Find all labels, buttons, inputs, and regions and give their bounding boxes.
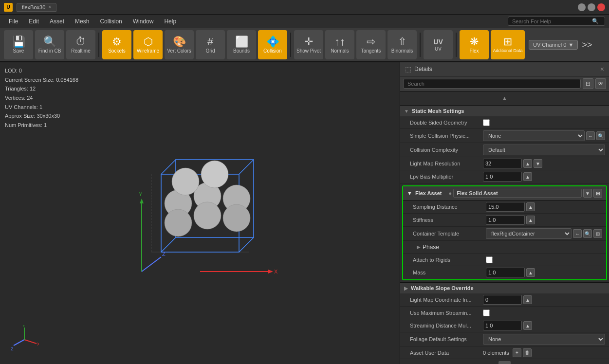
collision-button[interactable]: 💠 Collision	[258, 30, 287, 59]
use-max-streaming-checkbox[interactable]	[483, 309, 490, 316]
container-template-back[interactable]: ←	[573, 229, 582, 238]
screen-size-info: Current Screen Size: 0.084168	[5, 75, 78, 85]
find-in-cb-button[interactable]: 🔍 Find in CB	[35, 30, 64, 59]
simple-collision-search-btn[interactable]: 🔍	[596, 131, 605, 140]
menu-file[interactable]: File	[4, 17, 23, 26]
details-search-input[interactable]	[403, 79, 581, 89]
binormals-icon: ⇧	[398, 36, 406, 47]
stiffness-value: ▲	[486, 215, 602, 225]
vert-colors-label: Vert Colors	[167, 48, 191, 54]
light-map-coord-input[interactable]	[483, 295, 522, 305]
toolbar-separator-2	[290, 33, 291, 57]
walkable-slope-section-header[interactable]: ▶ Walkable Slope Override	[400, 282, 609, 293]
light-map-resolution-label: Light Map Resolution	[410, 161, 483, 166]
svg-text:Y: Y	[139, 191, 143, 197]
details-scroll[interactable]: ▲ ▼ Static Mesh Settings Double Sided Ge…	[400, 91, 609, 364]
flex-type-browse-btn[interactable]: ⊞	[593, 189, 602, 198]
sampling-distance-up[interactable]: ▲	[526, 202, 535, 211]
double-sided-checkbox[interactable]	[483, 119, 490, 126]
svg-line-4	[161, 160, 176, 174]
close-button[interactable]	[597, 3, 605, 11]
help-search: 🔍	[508, 17, 605, 26]
menu-edit[interactable]: Edit	[24, 17, 44, 26]
menu-collision[interactable]: Collision	[95, 17, 127, 26]
grid-button[interactable]: # Grid	[196, 30, 225, 59]
light-map-resolution-up[interactable]: ▲	[523, 159, 532, 168]
container-template-select[interactable]: flexRigidContainer	[486, 228, 572, 239]
flex-asset-section: ▼ Flex Asset ● Flex Solid Asset ▼ ⊞ Samp…	[402, 185, 607, 280]
triangles-info: Triangles: 12	[5, 84, 78, 93]
additional-data-button[interactable]: ⊞ Additional Data	[491, 30, 525, 59]
streaming-distance-up[interactable]: ▲	[523, 321, 532, 330]
stiffness-up[interactable]: ▲	[526, 216, 535, 224]
show-pivot-button[interactable]: ✛ Show Pivot	[294, 30, 323, 59]
mass-up[interactable]: ▲	[526, 268, 535, 277]
menu-asset[interactable]: Asset	[45, 17, 69, 26]
sampling-distance-input[interactable]	[486, 202, 525, 212]
attach-to-rigids-checkbox[interactable]	[486, 256, 493, 263]
toolbar-more-button[interactable]: >>	[580, 38, 594, 52]
file-tab[interactable]: flexBox30 ×	[17, 3, 56, 12]
sockets-button[interactable]: ⚙ Sockets	[102, 30, 131, 59]
menu-mesh[interactable]: Mesh	[70, 17, 94, 26]
simple-collision-arrow-btn[interactable]: ←	[586, 131, 595, 140]
scroll-down-button[interactable]: ▼	[498, 361, 511, 364]
stiffness-input[interactable]	[486, 215, 525, 225]
collision-complexity-select[interactable]: Default	[483, 145, 605, 155]
phase-expand-arrow: ▶	[417, 244, 421, 250]
svg-line-22	[142, 257, 161, 272]
stiffness-label: Stiffness	[413, 217, 486, 223]
bounds-button[interactable]: ⬜ Bounds	[227, 30, 256, 59]
flex-type-dropdown-btn[interactable]: ▼	[583, 189, 592, 198]
find-icon: 🔍	[43, 36, 56, 47]
maximize-button[interactable]	[588, 3, 595, 11]
phase-row[interactable]: ▶ Phase	[403, 241, 606, 254]
svg-text:X: X	[37, 342, 39, 346]
svg-point-15	[201, 161, 228, 188]
simple-collision-select[interactable]: None	[483, 130, 585, 141]
normals-button[interactable]: ↑↑ Normals	[325, 30, 354, 59]
wireframe-button[interactable]: ⬡ Wireframe	[133, 30, 163, 59]
help-search-input[interactable]	[512, 18, 590, 24]
details-eye-button[interactable]: 👁	[595, 78, 606, 89]
viewport[interactable]: LOD: 0 Current Screen Size: 0.084168 Tri…	[0, 62, 400, 364]
light-map-resolution-down[interactable]: ▼	[534, 159, 542, 168]
save-button[interactable]: 💾 Save	[4, 30, 33, 59]
container-template-browse[interactable]: ⊞	[593, 229, 602, 238]
menubar: File Edit Asset Mesh Collision Window He…	[0, 15, 609, 28]
uv-icon: UV	[433, 38, 443, 45]
binormals-button[interactable]: ⇧ Binormals	[388, 30, 417, 59]
static-mesh-section-header[interactable]: ▼ Static Mesh Settings	[400, 105, 609, 116]
tangents-button[interactable]: ⇨ Tangents	[356, 30, 386, 59]
uv-button[interactable]: UV UV	[424, 30, 453, 59]
static-mesh-section-label: Static Mesh Settings	[412, 108, 464, 114]
collision-complexity-value: Default	[483, 145, 605, 155]
wireframe-icon: ⬡	[144, 36, 153, 47]
container-template-search[interactable]: 🔍	[583, 229, 592, 238]
lpv-bias-input[interactable]	[483, 172, 522, 182]
details-view-toggle[interactable]: ⊟	[583, 78, 593, 89]
details-panel: ⬚ Details × ⊟ 👁 ▲ ▼ Static Mesh Settings	[400, 62, 609, 364]
details-close-button[interactable]: ×	[600, 65, 604, 73]
light-map-resolution-input[interactable]	[483, 159, 522, 168]
menu-help[interactable]: Help	[159, 17, 181, 26]
scroll-up-button[interactable]: ▲	[400, 93, 609, 103]
light-map-coord-up[interactable]: ▲	[523, 295, 532, 304]
minimize-button[interactable]	[578, 3, 586, 11]
asset-user-data-remove[interactable]: 🗑	[523, 348, 532, 357]
foliage-default-select[interactable]: None	[483, 334, 605, 345]
lpv-bias-up[interactable]: ▲	[523, 172, 532, 181]
vert-colors-button[interactable]: 🎨 Vert Colors	[165, 30, 194, 59]
realtime-button[interactable]: ⏱ Realtime	[66, 30, 95, 59]
streaming-distance-input[interactable]	[483, 321, 522, 330]
uv-channel-dropdown[interactable]: UV Channel 0 ▼	[529, 40, 578, 50]
streaming-distance-value: ▲	[483, 321, 605, 330]
menu-window[interactable]: Window	[128, 17, 159, 26]
mass-input[interactable]	[486, 268, 525, 277]
asset-user-data-add[interactable]: +	[513, 348, 521, 357]
walkable-slope-label: Walkable Slope Override	[411, 285, 474, 291]
close-tab-button[interactable]: ×	[48, 4, 51, 10]
flex-button[interactable]: ❋ Flex	[460, 30, 489, 59]
tangents-icon: ⇨	[367, 36, 375, 47]
show-pivot-label: Show Pivot	[296, 48, 321, 54]
